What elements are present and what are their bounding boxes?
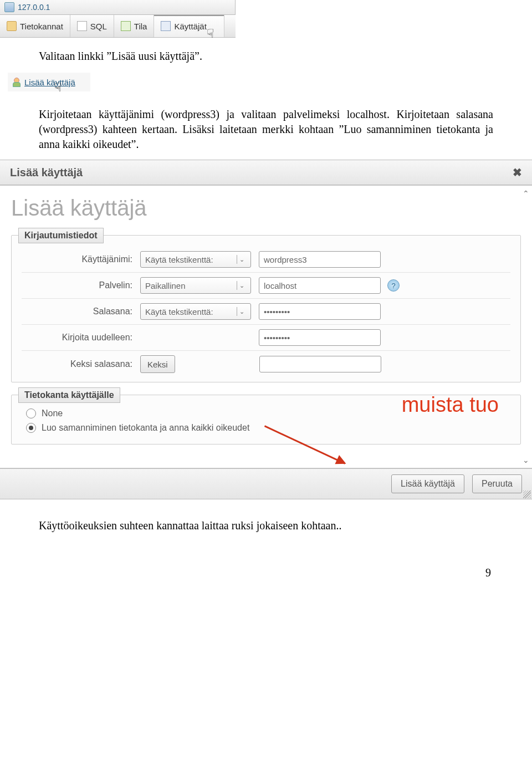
dialog-title: Lisää käyttäjä <box>10 166 83 179</box>
dialog-heading: Lisää käyttäjä <box>11 196 521 221</box>
select-username-mode[interactable]: Käytä tekstikenttä:⌄ <box>140 251 251 268</box>
breadcrumb: 127.0.0.1 <box>0 0 236 15</box>
database-icon <box>7 21 17 31</box>
input-password[interactable] <box>259 303 381 320</box>
select-value: Paikallinen <box>145 281 186 290</box>
dialog-header: Lisää käyttäjä ✖ <box>0 160 532 185</box>
doc-paragraph-2: Kirjoitetaan käyttäjänimi (wordpress3) j… <box>39 107 493 152</box>
label-host: Palvelin: <box>22 280 140 290</box>
input-username[interactable] <box>259 251 381 268</box>
input-host[interactable] <box>259 277 381 294</box>
tab-status[interactable]: Tila <box>114 15 155 37</box>
radio-row-create-db[interactable]: Luo samanniminen tietokanta ja anna kaik… <box>22 421 510 435</box>
server-icon <box>4 2 14 12</box>
add-user-icon <box>12 78 21 86</box>
select-host-mode[interactable]: Paikallinen⌄ <box>140 277 251 294</box>
legend-db: Tietokanta käyttäjälle <box>18 387 120 403</box>
row-password: Salasana: Käytä tekstikenttä:⌄ <box>22 299 510 325</box>
server-name: 127.0.0.1 <box>18 3 50 12</box>
help-icon[interactable]: ? <box>387 279 400 292</box>
cursor-hand-icon: ☟ <box>207 27 214 41</box>
dialog-footer: Lisää käyttäjä Peruuta <box>0 468 532 499</box>
fieldset-login: Kirjautumistiedot Käyttäjänimi: Käytä te… <box>11 235 521 382</box>
cancel-button[interactable]: Peruuta <box>472 474 522 493</box>
doc-paragraph-1: Valitaan linkki ”Lisää uusi käyttäjä”. <box>39 49 493 64</box>
doc-paragraph-3: Käyttöoikeuksien suhteen kannattaa laitt… <box>39 518 493 533</box>
select-value: Käytä tekstikenttä: <box>145 307 213 316</box>
add-user-link-fragment: Lisää käyttäjä ☟ <box>8 73 90 91</box>
chevron-down-icon: ⌄ <box>237 281 246 290</box>
tab-label: SQL <box>90 22 107 31</box>
row-generate: Keksi salasana: Keksi <box>22 351 510 377</box>
tab-label: Tietokannat <box>20 22 63 31</box>
label-retype: Kirjoita uudelleen: <box>22 333 140 343</box>
tab-users[interactable]: Käyttäjät ☟ <box>154 15 224 37</box>
add-user-link[interactable]: Lisää käyttäjä <box>24 78 75 87</box>
add-user-link-text: Lisää käyttäjä <box>24 78 75 87</box>
page-number: 9 <box>41 566 491 579</box>
tab-label: Käyttäjät <box>174 22 206 31</box>
chevron-down-icon: ⌄ <box>237 255 246 264</box>
legend-login: Kirjautumistiedot <box>18 228 104 243</box>
scroll-up-icon[interactable]: ⌃ <box>523 189 529 198</box>
annotation-remember: muista tuo <box>402 393 499 417</box>
radio-label: None <box>42 408 63 418</box>
submit-add-user-button[interactable]: Lisää käyttäjä <box>391 474 464 493</box>
pma-top-nav: 127.0.0.1 Tietokannat SQL Tila Käyttäjät… <box>0 0 236 38</box>
label-generate: Keksi salasana: <box>22 359 140 369</box>
status-icon <box>121 21 131 31</box>
row-retype: Kirjoita uudelleen: <box>22 325 510 351</box>
dialog-body: ⌃ Lisää käyttäjä Kirjautumistiedot Käytt… <box>0 185 532 468</box>
select-password-mode[interactable]: Käytä tekstikenttä:⌄ <box>140 303 251 320</box>
tab-databases[interactable]: Tietokannat <box>0 15 70 37</box>
input-generated[interactable] <box>259 356 381 372</box>
scroll-down-icon[interactable]: ⌄ <box>523 456 529 464</box>
generate-password-button[interactable]: Keksi <box>140 355 175 373</box>
users-icon <box>161 21 171 31</box>
select-value: Käytä tekstikenttä: <box>145 255 213 264</box>
input-retype[interactable] <box>259 329 381 346</box>
radio-label: Luo samanniminen tietokanta ja anna kaik… <box>42 423 249 433</box>
close-icon[interactable]: ✖ <box>513 166 522 179</box>
add-user-dialog: Lisää käyttäjä ✖ ⌃ Lisää käyttäjä Kirjau… <box>0 160 532 499</box>
row-host: Palvelin: Paikallinen⌄ ? <box>22 273 510 299</box>
radio-icon <box>26 423 36 433</box>
resize-handle-icon[interactable] <box>523 491 531 498</box>
tab-sql[interactable]: SQL <box>70 15 114 37</box>
arrow-head-icon <box>335 455 348 468</box>
top-tabs: Tietokannat SQL Tila Käyttäjät ☟ <box>0 15 236 38</box>
radio-icon <box>26 408 36 418</box>
cursor-hand-icon: ☟ <box>54 80 62 95</box>
label-password: Salasana: <box>22 307 140 316</box>
label-username: Käyttäjänimi: <box>22 254 140 264</box>
tab-label: Tila <box>134 22 147 31</box>
sql-icon <box>77 21 87 31</box>
row-username: Käyttäjänimi: Käytä tekstikenttä:⌄ <box>22 247 510 273</box>
chevron-down-icon: ⌄ <box>237 307 246 316</box>
